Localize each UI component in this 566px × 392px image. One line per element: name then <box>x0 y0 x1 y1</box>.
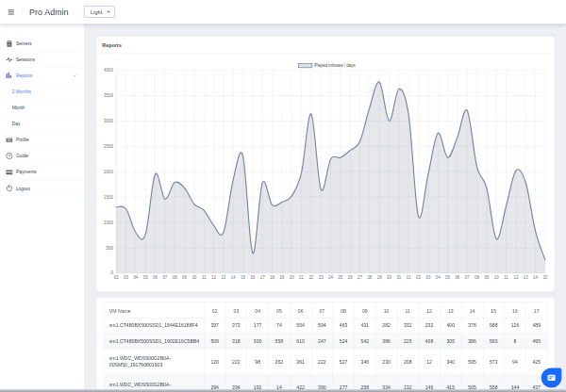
svg-text:12: 12 <box>513 275 518 280</box>
svg-text:19: 19 <box>279 275 284 280</box>
svg-text:01: 01 <box>407 275 411 280</box>
svg-text:17: 17 <box>260 275 265 280</box>
svg-text:08: 08 <box>474 275 479 280</box>
svg-text:21: 21 <box>299 275 304 280</box>
svg-text:07: 07 <box>162 275 167 280</box>
svg-text:03: 03 <box>425 275 430 280</box>
svg-text:31: 31 <box>396 275 401 280</box>
svg-text:18: 18 <box>270 275 275 280</box>
svg-text:Played minutes / days: Played minutes / days <box>314 63 356 68</box>
svg-text:11: 11 <box>202 275 207 280</box>
svg-text:500: 500 <box>107 245 114 250</box>
svg-text:2500: 2500 <box>104 144 113 149</box>
svg-text:1500: 1500 <box>104 195 113 200</box>
svg-text:05: 05 <box>143 275 148 280</box>
svg-text:04: 04 <box>133 275 138 280</box>
svg-text:15: 15 <box>241 275 245 280</box>
svg-text:25: 25 <box>338 275 342 280</box>
svg-text:09: 09 <box>182 275 187 280</box>
svg-text:20: 20 <box>290 275 294 280</box>
svg-text:28: 28 <box>367 275 372 280</box>
svg-text:14: 14 <box>231 275 236 280</box>
svg-text:07: 07 <box>465 275 470 280</box>
svg-text:13: 13 <box>524 275 528 280</box>
svg-text:02: 02 <box>416 275 421 280</box>
svg-text:10: 10 <box>494 275 499 280</box>
svg-text:10: 10 <box>191 275 196 280</box>
svg-text:24: 24 <box>328 275 333 280</box>
svg-text:1000: 1000 <box>104 220 113 224</box>
svg-text:09: 09 <box>484 275 489 280</box>
svg-text:27: 27 <box>358 275 362 280</box>
svg-text:3500: 3500 <box>104 93 113 98</box>
svg-text:02: 02 <box>114 275 119 280</box>
svg-text:30: 30 <box>387 275 391 280</box>
svg-text:4000: 4000 <box>104 68 113 73</box>
svg-text:12: 12 <box>211 275 216 280</box>
svg-text:2000: 2000 <box>104 170 113 174</box>
svg-text:14: 14 <box>533 275 538 280</box>
svg-text:?: ? <box>8 154 11 158</box>
svg-text:13: 13 <box>221 275 225 280</box>
svg-text:11: 11 <box>504 275 508 280</box>
svg-text:15: 15 <box>542 275 547 280</box>
svg-text:23: 23 <box>319 275 324 280</box>
svg-text:05: 05 <box>445 275 450 280</box>
svg-text:29: 29 <box>377 275 382 280</box>
svg-text:04: 04 <box>436 275 441 280</box>
svg-text:06: 06 <box>455 275 459 280</box>
svg-text:22: 22 <box>308 275 313 280</box>
svg-text:06: 06 <box>153 275 158 280</box>
svg-text:03: 03 <box>124 275 128 280</box>
svg-text:3000: 3000 <box>104 119 113 123</box>
svg-text:16: 16 <box>250 275 255 280</box>
svg-text:08: 08 <box>173 275 177 280</box>
svg-text:26: 26 <box>348 275 353 280</box>
